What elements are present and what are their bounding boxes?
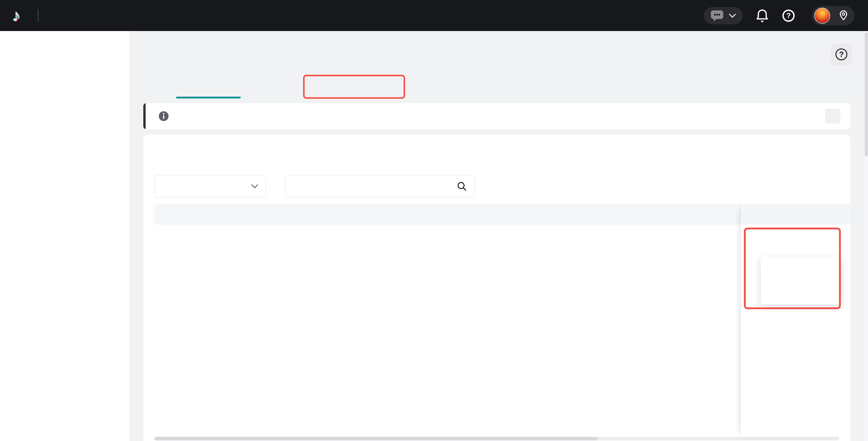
chat-menu-button[interactable]: [704, 7, 743, 24]
chevron-down-icon: [728, 13, 736, 18]
promo-tool-filter-select[interactable]: [155, 175, 266, 198]
actions-sticky-column: [741, 204, 850, 437]
view-details-button[interactable]: [825, 109, 840, 123]
banner-accent-bar: [143, 103, 146, 129]
tiktok-note-icon: ♪: [12, 7, 21, 24]
main-content: ?: [130, 31, 868, 441]
sidebar-nav: [0, 31, 130, 441]
header-divider: [38, 9, 38, 22]
chevron-down-icon: [251, 184, 258, 188]
notice-banner: [143, 103, 850, 129]
app-root: ♪ ?: [0, 0, 868, 441]
active-tab-underline: [176, 97, 241, 98]
horizontal-scrollbar[interactable]: [155, 437, 839, 440]
question-circle-icon: ?: [836, 49, 847, 60]
tiktok-shop-logo[interactable]: ♪: [12, 7, 25, 24]
info-icon: [158, 111, 169, 122]
svg-text:?: ?: [786, 11, 791, 20]
promotions-card: [143, 135, 850, 441]
promotions-table: [155, 204, 850, 437]
chat-bubble-icon: [710, 9, 724, 22]
location-pin-icon: [838, 10, 848, 21]
col-actions: [741, 204, 850, 225]
help-button[interactable]: ?: [782, 9, 799, 23]
search-icon[interactable]: [457, 181, 467, 192]
vertical-scrollbar[interactable]: [864, 31, 868, 441]
notifications-bell-icon[interactable]: [756, 8, 769, 23]
account-region-button[interactable]: [812, 6, 855, 25]
help-circle-icon: ?: [782, 9, 795, 23]
campaign-search-input[interactable]: [294, 181, 457, 191]
row-action-dropdown-menu: [761, 257, 841, 304]
top-bar: ♪ ?: [0, 0, 868, 31]
page-help-button[interactable]: ?: [831, 44, 852, 65]
campaign-search-box: [285, 175, 475, 198]
avatar: [814, 8, 830, 24]
